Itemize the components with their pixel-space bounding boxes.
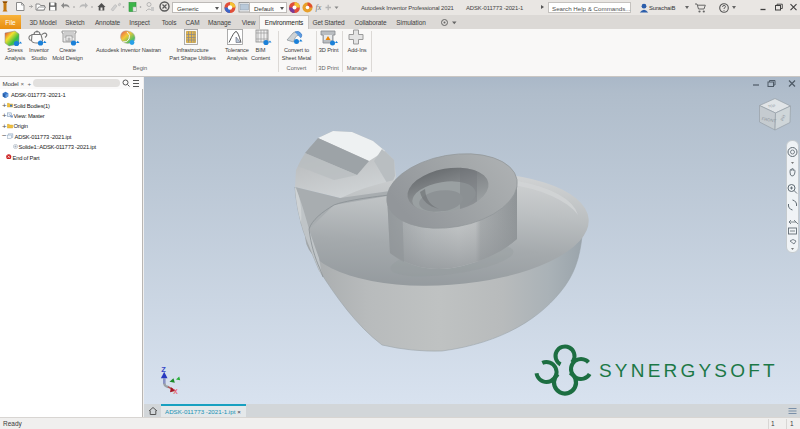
svg-text:fx: fx: [316, 3, 322, 12]
svg-text:TOP: TOP: [768, 104, 776, 109]
svg-text:X: X: [173, 388, 178, 395]
svg-text:SYNERGYSOFT: SYNERGYSOFT: [599, 360, 778, 381]
